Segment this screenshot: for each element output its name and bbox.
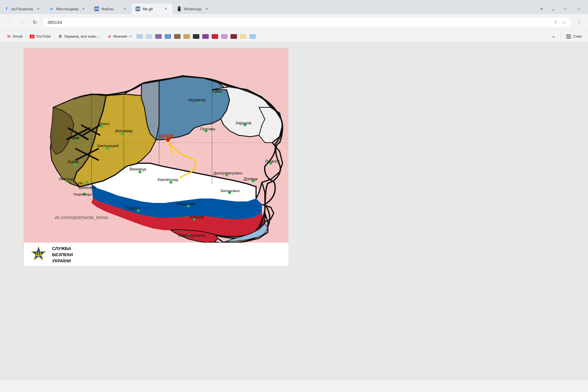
map-area: Луцк Ровно Житомир КИЕВ Львов Хмельницки… — [24, 49, 288, 243]
mnenia-favicon: d — [107, 34, 112, 39]
bookmark-mnenia-label: Мнения - I — [113, 34, 131, 39]
address-bar[interactable]: 385154 ⤴ ☆ — [42, 17, 572, 28]
bookmark-color5[interactable] — [173, 33, 181, 40]
bookmark-color3[interactable] — [154, 33, 163, 40]
color-box-1 — [136, 34, 143, 39]
bookmark-gmail-label: Gmail — [13, 34, 23, 39]
messenger-favicon: ✉ — [49, 6, 54, 11]
facebook-favicon: f — [4, 6, 9, 11]
bookmarks-list-button[interactable]: Спис — [564, 33, 584, 40]
bookmarks-list-label: Спис — [573, 34, 582, 39]
bookmark-star-icon[interactable]: ☆ — [561, 19, 567, 25]
new-tab-button[interactable]: + — [536, 4, 547, 14]
label-rovno: Ровно — [99, 121, 110, 126]
forward-button[interactable]: → — [16, 17, 27, 28]
reload-button[interactable]: ↻ — [29, 17, 40, 28]
svg-rect-5 — [566, 38, 571, 39]
bookmark-ukraine-news[interactable]: B Украина, все ново… — [55, 33, 103, 40]
bookmark-color10[interactable] — [220, 33, 228, 40]
color-box-12 — [240, 34, 246, 39]
color-box-2 — [146, 34, 152, 39]
sbu-logo-svg: Ш — [30, 246, 47, 263]
svg-rect-4 — [566, 37, 571, 37]
minimize-button[interactable]: — — [559, 4, 572, 14]
sbu-text: СЛУЖБА БЕЗПЕКИ УКРАЇНИ — [52, 245, 73, 264]
bookmark-color7[interactable] — [192, 33, 200, 40]
tab-controls: + ⌄ — □ — [536, 4, 588, 14]
bottom-strip: Ш СЛУЖБА БЕЗПЕКИ УКРАЇНИ — [24, 243, 288, 266]
svg-rect-2 — [566, 34, 571, 35]
tab-messenger[interactable]: ✉ Мессенджер ✕ — [45, 4, 90, 14]
label-zaporozhe: Запорожье — [220, 189, 240, 193]
bookmark-color6[interactable] — [183, 33, 191, 40]
tab-bar: f на Facebook ✕ ✉ Мессенджер ✕ VK Файлы … — [0, 0, 588, 14]
label-kherson: Херсон — [190, 215, 204, 219]
main-image-container: Луцк Ровно Житомир КИЕВ Львов Хмельницки… — [24, 48, 288, 266]
label-poltava: Полтава — [200, 127, 216, 131]
tab-facebook-title: на Facebook — [11, 7, 33, 11]
whatsapp-favicon: 📱 — [177, 6, 181, 11]
tab-whatsapp[interactable]: 📱 WhatsApp ✕ — [173, 4, 214, 14]
tab-overflow-button[interactable]: ⌄ — [547, 4, 558, 14]
bookmark-color12[interactable] — [239, 33, 247, 40]
address-bar-row: ← → ↻ 385154 ⤴ ☆ ⋮ — [0, 14, 588, 31]
vk-watermark-text: vk.com/opolchenie_krima — [55, 215, 108, 220]
address-right-icons: ⤴ ☆ — [552, 19, 567, 25]
label-dnepropetrovsk: Днепропетровск — [213, 171, 242, 175]
color-box-7 — [193, 34, 199, 39]
bookmarks-bar: M Gmail YouTube B Украина, все ново… d М… — [0, 31, 588, 42]
vk-files-favicon: VK — [94, 6, 99, 11]
label-frankovsk2: Франковск — [78, 186, 96, 190]
bookmark-color4[interactable] — [164, 33, 172, 40]
bookmark-color9[interactable] — [211, 33, 219, 40]
label-sumy: Сумы — [212, 89, 222, 94]
tab-vk-files-close[interactable]: ✕ — [122, 6, 127, 11]
back-button[interactable]: ← — [4, 17, 14, 28]
tab-whatsapp-close[interactable]: ✕ — [204, 6, 210, 11]
color-box-9 — [212, 34, 218, 39]
tab-facebook[interactable]: f на Facebook ✕ — [0, 4, 45, 14]
bookmark-youtube-label: YouTube — [36, 34, 51, 39]
maximize-button[interactable]: □ — [572, 4, 586, 14]
youtube-favicon-icon — [30, 34, 34, 39]
label-khmelnitsky: Хмельницкий — [97, 144, 119, 148]
color-box-5 — [174, 34, 181, 39]
bookmarks-more-button[interactable]: » — [549, 32, 558, 41]
label-chernivtsy: Чырновцы — [73, 192, 92, 196]
bookmarks-overflow: » Спис — [549, 32, 584, 41]
bookmark-color11[interactable] — [230, 33, 238, 40]
ukraine-map-svg: Луцк Ровно Житомир КИЕВ Львов Хмельницки… — [24, 49, 288, 243]
tab-file-gif[interactable]: VK file.gif ✕ — [131, 4, 173, 14]
bookmark-youtube[interactable]: YouTube — [27, 33, 54, 40]
color-box-3 — [155, 34, 162, 39]
tab-whatsapp-title: WhatsApp — [184, 7, 202, 11]
bookmark-color1[interactable] — [136, 33, 144, 40]
color-box-4 — [165, 34, 171, 39]
label-odessa: Одесса — [126, 206, 141, 211]
bookmark-color13[interactable] — [248, 33, 257, 40]
label-frankovsk: Ив.- — [78, 181, 85, 185]
extensions-icon[interactable]: ⋮ — [574, 17, 584, 28]
color-box-8 — [202, 34, 209, 39]
tab-file-gif-close[interactable]: ✕ — [163, 6, 168, 11]
bookmark-color2[interactable] — [145, 33, 153, 40]
label-lutsk: Луцк — [69, 135, 79, 140]
page-content: Скач... — [0, 42, 588, 381]
file-gif-favicon: VK — [136, 6, 140, 11]
label-lvov: Львов — [67, 159, 79, 164]
share-icon[interactable]: ⤴ — [552, 19, 558, 25]
bookmark-mnenia[interactable]: d Мнения - I — [104, 33, 134, 40]
sbu-line2: БЕЗПЕКИ — [52, 251, 73, 258]
label-vinnitsa: Винница — [130, 167, 146, 171]
color-box-13 — [249, 34, 256, 39]
bookmark-gmail[interactable]: M Gmail — [4, 33, 26, 40]
label-kyiv: КИЕВ — [159, 134, 173, 139]
ukraine-news-favicon: B — [58, 34, 63, 39]
tab-vk-files[interactable]: VK Файлы ✕ — [90, 4, 131, 14]
tab-facebook-close[interactable]: ✕ — [36, 6, 41, 11]
bookmark-color8[interactable] — [201, 33, 210, 40]
svg-rect-3 — [566, 36, 571, 36]
tab-messenger-close[interactable]: ✕ — [81, 6, 86, 11]
label-kharkov: Харьков — [235, 121, 251, 125]
label-simferopol: Симферополь — [178, 233, 206, 238]
